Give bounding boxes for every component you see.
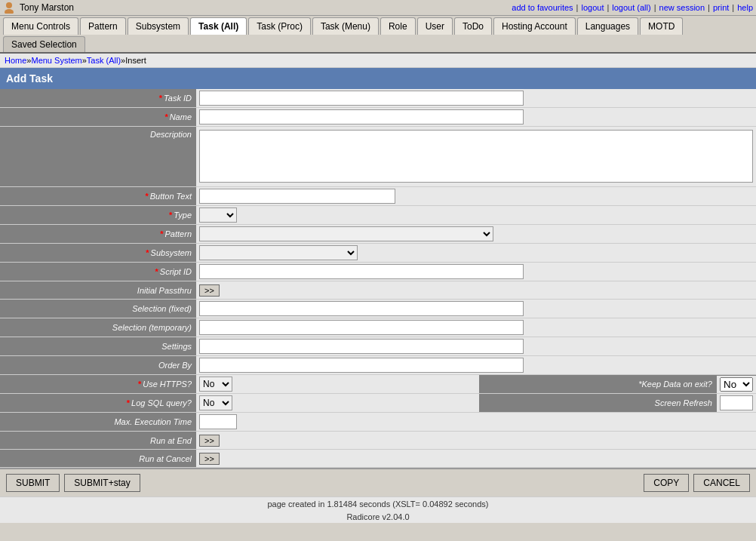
selection-temp-row: Selection (temporary) [0, 318, 756, 337]
keep-data-label: * Keep Data on exit? [479, 377, 717, 391]
tab-motd[interactable]: MOTD [640, 17, 683, 35]
bottom-bar-right: COPY CANCEL [644, 474, 750, 492]
submit-button[interactable]: SUBMIT [6, 474, 60, 492]
type-row: * Type [0, 206, 756, 225]
pattern-select[interactable] [199, 226, 493, 241]
print-link[interactable]: print [713, 3, 729, 12]
subsystem-row: * Subsystem [0, 244, 756, 263]
top-bar-right: add to favourites | logout | logout (all… [512, 3, 753, 12]
max-exec-label: Max. Execution Time [0, 413, 196, 431]
use-https-field: No Yes [196, 375, 479, 393]
breadcrumb-task-all[interactable]: Task (All) [87, 56, 121, 65]
selection-temp-label: Selection (temporary) [0, 318, 196, 337]
max-exec-input[interactable] [199, 414, 237, 429]
run-at-end-label: Run at End [0, 432, 196, 449]
log-sql-field: No Yes [196, 394, 479, 412]
screen-refresh-input[interactable] [720, 395, 753, 410]
copy-button[interactable]: COPY [644, 474, 689, 492]
nav-tabs: Menu Controls Pattern Subsystem Task (Al… [0, 16, 756, 35]
breadcrumb: Home»Menu System»Task (All)»Insert [0, 54, 756, 68]
user-icon [3, 2, 15, 14]
footer-timing: page created in 1.81484 seconds (XSLT= 0… [0, 496, 756, 511]
svg-point-0 [6, 2, 12, 8]
subsystem-field [196, 244, 756, 262]
breadcrumb-current: Insert [125, 56, 146, 65]
logsql-refresh-row: * Log SQL query? No Yes Screen Refresh [0, 394, 756, 413]
breadcrumb-menu-system[interactable]: Menu System [31, 56, 81, 65]
description-input[interactable] [199, 130, 753, 183]
subsystem-select[interactable] [199, 245, 358, 260]
logout-link[interactable]: logout [581, 3, 604, 12]
description-label: Description [0, 127, 196, 186]
pattern-label: * Pattern [0, 225, 196, 243]
settings-row: Settings [0, 337, 756, 356]
tab-todo[interactable]: ToDo [454, 17, 492, 35]
selection-temp-field [196, 318, 756, 337]
logout-all-link[interactable]: logout (all) [612, 3, 650, 12]
log-sql-select[interactable]: No Yes [199, 395, 232, 410]
type-select[interactable] [199, 207, 237, 223]
button-text-input[interactable] [199, 189, 395, 204]
run-at-cancel-field: >> [196, 450, 756, 467]
tab-subsystem[interactable]: Subsystem [128, 17, 189, 35]
max-exec-row: Max. Execution Time [0, 413, 756, 432]
svg-point-1 [5, 9, 14, 14]
script-id-label: * Script ID [0, 263, 196, 281]
keep-data-section: * Keep Data on exit? No Yes [479, 375, 756, 393]
keep-data-field: No Yes [717, 376, 756, 393]
screen-refresh-label: Screen Refresh [479, 396, 717, 410]
type-label: * Type [0, 206, 196, 224]
task-id-input[interactable] [199, 91, 524, 106]
run-at-end-field: >> [196, 432, 756, 449]
initial-passthru-field: >> [196, 281, 756, 299]
run-at-cancel-label: Run at Cancel [0, 450, 196, 467]
order-by-label: Order By [0, 356, 196, 374]
tab-role[interactable]: Role [380, 17, 416, 35]
tab-menu-controls[interactable]: Menu Controls [3, 17, 78, 35]
selection-fixed-field [196, 300, 756, 318]
button-text-label: * Button Text [0, 187, 196, 205]
name-label: * Name [0, 108, 196, 126]
tab-hosting-account[interactable]: Hosting Account [493, 17, 576, 35]
run-at-end-btn[interactable]: >> [199, 435, 220, 447]
max-exec-field [196, 413, 756, 431]
tab-task-all[interactable]: Task (All) [190, 17, 247, 35]
add-to-favourites-link[interactable]: add to favourites [512, 3, 573, 12]
selection-fixed-label: Selection (fixed) [0, 300, 196, 318]
submit-stay-button[interactable]: SUBMIT+stay [64, 474, 140, 492]
footer-version: Radicore v2.04.0 [0, 511, 756, 523]
pattern-row: * Pattern [0, 225, 756, 244]
name-input[interactable] [199, 109, 524, 124]
run-at-cancel-btn[interactable]: >> [199, 453, 220, 465]
selection-temp-input[interactable] [199, 320, 524, 335]
description-row: Description [0, 127, 756, 187]
cancel-button[interactable]: CANCEL [693, 474, 750, 492]
task-id-row: * Task ID [0, 89, 756, 108]
button-text-row: * Button Text [0, 187, 756, 206]
script-id-field [196, 263, 756, 281]
type-field [196, 206, 756, 224]
bottom-bar: SUBMIT SUBMIT+stay COPY CANCEL [0, 468, 756, 496]
help-link[interactable]: help [737, 3, 753, 12]
pattern-field [196, 225, 756, 243]
tab-task-proc[interactable]: Task (Proc) [248, 17, 311, 35]
keep-data-select[interactable]: No Yes [720, 377, 753, 392]
initial-passthru-row: Initial Passthru >> [0, 281, 756, 300]
settings-input[interactable] [199, 339, 524, 354]
use-https-label: * Use HTTPS? [0, 375, 196, 393]
breadcrumb-home[interactable]: Home [5, 56, 26, 65]
script-id-input[interactable] [199, 264, 524, 279]
screen-refresh-field [717, 394, 756, 412]
initial-passthru-label: Initial Passthru [0, 281, 196, 299]
tab-pattern[interactable]: Pattern [80, 17, 126, 35]
initial-passthru-btn[interactable]: >> [199, 284, 220, 297]
order-by-input[interactable] [199, 358, 524, 373]
tab-user[interactable]: User [417, 17, 453, 35]
tab-saved-selection[interactable]: Saved Selection [3, 36, 85, 52]
tab-task-menu[interactable]: Task (Menu) [312, 17, 379, 35]
tab-languages[interactable]: Languages [577, 17, 638, 35]
new-session-link[interactable]: new session [659, 3, 705, 12]
selection-fixed-input[interactable] [199, 301, 524, 316]
use-https-select[interactable]: No Yes [199, 377, 232, 392]
settings-label: Settings [0, 337, 196, 355]
